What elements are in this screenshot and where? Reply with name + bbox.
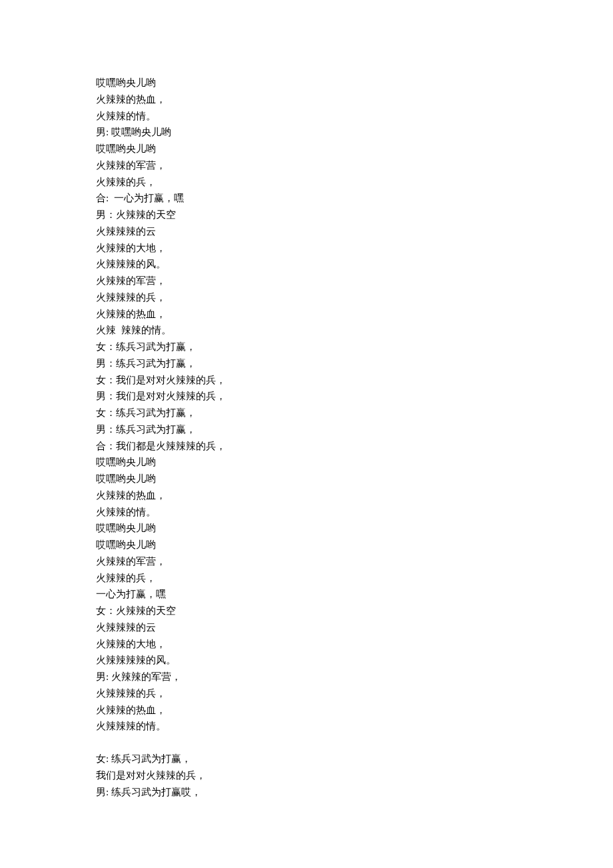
lyric-line: 一心为打赢，嘿 xyxy=(96,586,522,603)
lyric-line: 合: 一心为打赢，嘿 xyxy=(96,190,522,207)
lyric-line: 男：我们是对对火辣辣的兵， xyxy=(96,388,522,405)
lyric-line: 哎嘿哟央儿哟 xyxy=(96,75,522,91)
lyric-line: 火辣辣辣的兵， xyxy=(96,685,522,702)
lyric-line: 火辣辣的军营， xyxy=(96,553,522,570)
lyric-line: 哎嘿哟央儿哟 xyxy=(96,520,522,537)
lyric-line: 火辣辣辣的云 xyxy=(96,223,522,240)
lyric-line: 男: 哎嘿哟央儿哟 xyxy=(96,124,522,141)
lyric-line: 火辣辣的军营， xyxy=(96,157,522,174)
lyric-line: 合：我们都是火辣辣辣的兵， xyxy=(96,438,522,455)
lyric-line: 哎嘿哟央儿哟 xyxy=(96,454,522,471)
lyric-line: 男: 火辣辣的军营， xyxy=(96,669,522,685)
lyric-line: 火辣辣的兵， xyxy=(96,570,522,587)
lyric-line: 火辣辣的热血， xyxy=(96,306,522,323)
lyric-line: 男：练兵习武为打赢， xyxy=(96,355,522,372)
lyric-line: 火辣辣的大地， xyxy=(96,240,522,257)
lyrics-block: 哎嘿哟央儿哟火辣辣的热血，火辣辣的情。男: 哎嘿哟央儿哟哎嘿哟央儿哟火辣辣的军营… xyxy=(96,75,522,800)
lyric-line: 火辣辣辣的情。 xyxy=(96,718,522,735)
lyric-line: 哎嘿哟央儿哟 xyxy=(96,537,522,553)
lyric-line: 女: 练兵习武为打赢， xyxy=(96,751,522,767)
lyric-line: 女：火辣辣的天空 xyxy=(96,603,522,619)
blank-line xyxy=(96,735,522,751)
lyric-line: 火辣辣的大地， xyxy=(96,636,522,653)
lyric-line: 火辣辣的兵， xyxy=(96,174,522,191)
lyric-line: 火辣辣的热血， xyxy=(96,487,522,504)
lyric-line: 火辣辣辣的兵， xyxy=(96,289,522,306)
lyric-line: 火辣辣辣的风。 xyxy=(96,256,522,273)
lyric-line: 女：我们是对对火辣辣的兵， xyxy=(96,372,522,389)
lyric-line: 火辣 辣辣的情。 xyxy=(96,322,522,339)
lyric-line: 男：练兵习武为打赢， xyxy=(96,421,522,438)
lyric-line: 火辣辣的热血， xyxy=(96,702,522,719)
lyric-line: 女：练兵习武为打赢， xyxy=(96,405,522,421)
lyric-line: 男: 练兵习武为打赢哎， xyxy=(96,784,522,801)
document-page: 哎嘿哟央儿哟火辣辣的热血，火辣辣的情。男: 哎嘿哟央儿哟哎嘿哟央儿哟火辣辣的军营… xyxy=(0,0,522,800)
lyric-line: 女：练兵习武为打赢， xyxy=(96,339,522,355)
lyric-line: 火辣辣的情。 xyxy=(96,108,522,125)
lyric-line: 哎嘿哟央儿哟 xyxy=(96,471,522,487)
lyric-line: 男：火辣辣的天空 xyxy=(96,207,522,223)
lyric-line: 火辣辣的热血， xyxy=(96,91,522,108)
lyric-line: 火辣辣的军营， xyxy=(96,273,522,289)
lyric-line: 哎嘿哟央儿哟 xyxy=(96,141,522,157)
lyric-line: 火辣辣辣的云 xyxy=(96,619,522,636)
lyric-line: 我们是对对火辣辣的兵， xyxy=(96,767,522,784)
lyric-line: 火辣辣辣辣的风。 xyxy=(96,652,522,669)
lyric-line: 火辣辣的情。 xyxy=(96,504,522,521)
